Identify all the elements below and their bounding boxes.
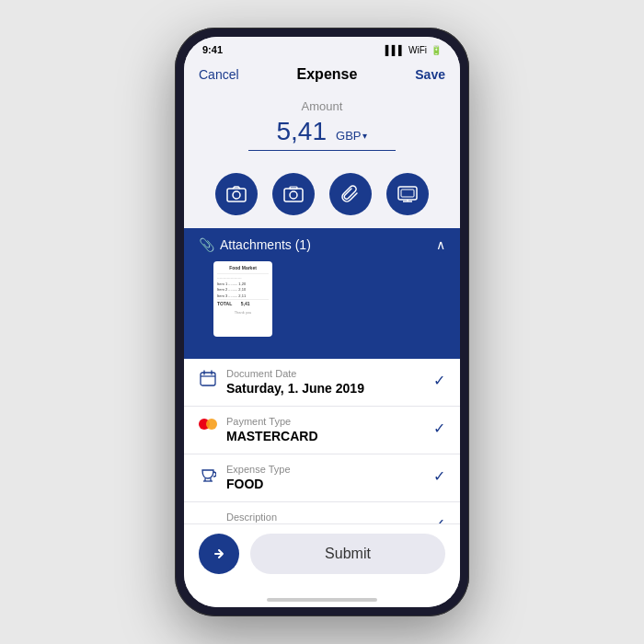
camera-button[interactable] xyxy=(272,173,315,215)
upload-image-button[interactable] xyxy=(215,173,258,215)
mastercard-icon xyxy=(199,418,217,431)
svg-rect-0 xyxy=(227,189,246,201)
document-date-check-icon: ✓ xyxy=(433,372,445,389)
battery-icon: 🔋 xyxy=(431,45,442,55)
home-indicator xyxy=(184,589,460,607)
receipt-content: Food Market -------------------- Item 1 … xyxy=(217,265,269,316)
chevron-up-icon[interactable]: ∧ xyxy=(436,237,445,252)
attachments-header[interactable]: 📎 Attachments (1) ∧ xyxy=(184,228,460,261)
amount-label: Amount xyxy=(302,99,343,113)
wifi-icon: WiFi xyxy=(408,45,427,55)
save-button[interactable]: Save xyxy=(415,67,445,82)
svg-rect-9 xyxy=(201,373,215,385)
svg-point-3 xyxy=(290,191,297,199)
page-title: Expense xyxy=(297,66,358,83)
submit-button[interactable]: Submit xyxy=(250,534,445,574)
home-bar xyxy=(267,598,377,602)
expense-type-field[interactable]: Expense Type FOOD ✓ xyxy=(184,454,460,502)
amount-section: Amount 5,41 GBP xyxy=(184,90,460,164)
cancel-button[interactable]: Cancel xyxy=(199,67,239,82)
amount-value[interactable]: 5,41 xyxy=(277,117,328,146)
form-section: Document Date Saturday, 1. June 2019 ✓ xyxy=(184,359,460,523)
action-buttons xyxy=(184,164,460,228)
paperclip-icon: 📎 xyxy=(199,237,214,252)
svg-rect-2 xyxy=(284,189,303,201)
svg-rect-8 xyxy=(401,190,414,197)
payment-type-value: MASTERCARD xyxy=(226,429,318,443)
document-date-label: Document Date xyxy=(226,368,364,379)
payment-type-field[interactable]: Payment Type MASTERCARD ✓ xyxy=(184,407,460,454)
signal-icon: ▌▌▌ xyxy=(385,45,405,55)
cup-icon xyxy=(199,466,217,485)
description-label: Description xyxy=(226,512,339,523)
expense-type-value: FOOD xyxy=(226,477,291,491)
nav-bar: Cancel Expense Save xyxy=(184,63,460,90)
status-icons: ▌▌▌ WiFi 🔋 xyxy=(385,45,442,55)
submit-icon-button[interactable] xyxy=(199,534,239,574)
status-time: 9:41 xyxy=(202,44,223,55)
attachments-section: 📎 Attachments (1) ∧ Food Market --------… xyxy=(184,228,460,359)
amount-row: 5,41 GBP xyxy=(248,117,396,151)
status-bar: 9:41 ▌▌▌ WiFi 🔋 xyxy=(184,37,460,63)
scroll-content: 📎 Attachments (1) ∧ Food Market --------… xyxy=(184,228,460,523)
phone-screen: 9:41 ▌▌▌ WiFi 🔋 Cancel Expense Save Amou… xyxy=(184,37,460,607)
description-check-icon: ✓ xyxy=(433,515,445,523)
attachments-title: Attachments (1) xyxy=(220,237,311,252)
submit-bar: Submit xyxy=(184,523,460,589)
receipt-thumbnail[interactable]: Food Market -------------------- Item 1 … xyxy=(213,261,272,337)
expense-type-check-icon: ✓ xyxy=(433,467,445,485)
payment-type-check-icon: ✓ xyxy=(433,420,445,437)
description-field[interactable]: Description Coffee and sweets ✓ xyxy=(184,502,460,523)
calendar-icon xyxy=(199,370,217,389)
attachments-content: Food Market -------------------- Item 1 … xyxy=(184,261,460,359)
document-date-field[interactable]: Document Date Saturday, 1. June 2019 ✓ xyxy=(184,359,460,407)
payment-type-label: Payment Type xyxy=(226,416,318,427)
attach-button[interactable] xyxy=(329,173,372,215)
expense-type-label: Expense Type xyxy=(226,464,291,475)
svg-point-1 xyxy=(233,191,240,199)
currency-selector[interactable]: GBP xyxy=(336,129,367,143)
screen-capture-button[interactable] xyxy=(386,173,429,215)
document-date-value: Saturday, 1. June 2019 xyxy=(226,381,364,396)
attachments-title-row: 📎 Attachments (1) xyxy=(199,237,311,252)
phone-frame: 9:41 ▌▌▌ WiFi 🔋 Cancel Expense Save Amou… xyxy=(175,28,469,616)
